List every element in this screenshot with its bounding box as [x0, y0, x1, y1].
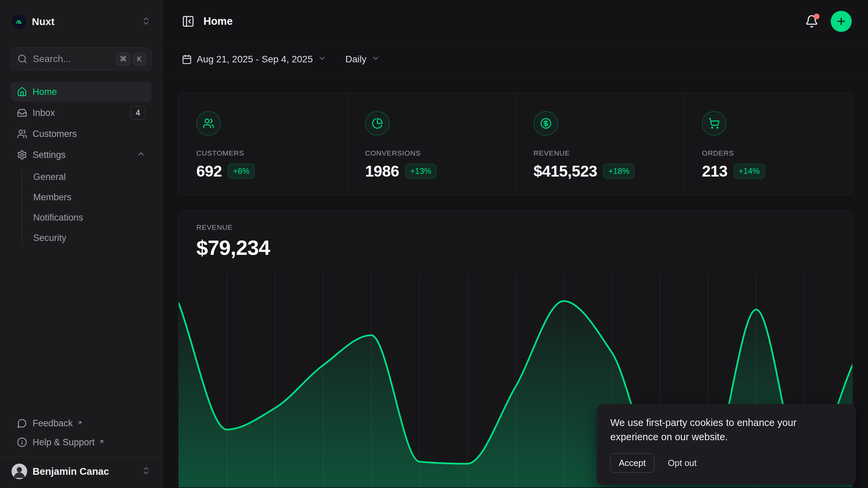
stat-label: CONVERSIONS — [365, 149, 502, 157]
settings-subnav: General Members Notifications Security — [11, 167, 152, 247]
house-icon — [17, 87, 27, 97]
search-icon — [17, 54, 27, 64]
search-kbd-shortcut: ⌘ K — [116, 53, 146, 65]
circle-dollar-icon — [534, 111, 558, 136]
kbd-cmd: ⌘ — [116, 53, 130, 65]
collapse-sidebar-button[interactable] — [182, 15, 195, 28]
notifications-button[interactable] — [805, 15, 818, 28]
date-range-value: Aug 21, 2025 - Sep 4, 2025 — [197, 54, 313, 65]
stat-delta-badge: +14% — [734, 164, 765, 179]
stat-card-orders: ORDERS 213 +14% — [684, 93, 852, 195]
granularity-select[interactable]: Daily — [346, 54, 380, 65]
cookie-accept-button[interactable]: Accept — [610, 453, 654, 473]
stat-value: 1986 — [365, 162, 399, 180]
topbar: Home — [163, 0, 868, 43]
notification-dot — [814, 14, 820, 19]
search-input[interactable]: Search... ⌘ K — [11, 47, 152, 70]
stat-value: $415,523 — [534, 162, 597, 180]
page-title: Home — [203, 15, 233, 27]
stat-delta-badge: +13% — [405, 164, 436, 179]
message-circle-icon — [17, 418, 27, 428]
sidebar-item-label: Customers — [33, 129, 145, 139]
team-switcher[interactable]: Nuxt — [11, 14, 152, 30]
new-item-button[interactable] — [831, 11, 852, 32]
inbox-icon — [17, 108, 27, 118]
stat-card-conversions: CONVERSIONS 1986 +13% — [347, 93, 516, 195]
panel-left-close-icon — [182, 15, 195, 28]
granularity-value: Daily — [346, 54, 367, 65]
sidebar-item-home[interactable]: Home — [11, 82, 152, 102]
chevron-up-icon — [137, 149, 145, 161]
stat-value: 213 — [702, 162, 727, 180]
info-icon — [17, 437, 27, 447]
sidebar-item-customers[interactable]: Customers — [11, 124, 152, 144]
avatar — [12, 464, 27, 479]
user-menu[interactable]: Benjamin Canac — [11, 457, 152, 488]
sidebar-item-general[interactable]: General — [11, 167, 152, 186]
stat-label: CUSTOMERS — [196, 149, 334, 157]
footer-link-label: Help & Support — [33, 437, 95, 448]
sidebar-nav: Home Inbox 4 Customers Settings — [11, 82, 152, 247]
stat-card-customers: CUSTOMERS 692 +6% — [179, 93, 347, 195]
stat-delta-badge: +6% — [228, 164, 255, 179]
sidebar-item-inbox[interactable]: Inbox 4 — [11, 103, 152, 123]
stat-label: ORDERS — [702, 149, 839, 157]
sidebar-item-security[interactable]: Security — [11, 228, 152, 247]
external-link-icon — [99, 436, 104, 447]
kbd-k: K — [133, 53, 146, 65]
revenue-panel-label: REVENUE — [196, 223, 835, 231]
sidebar-item-label: Home — [33, 87, 145, 97]
sidebar-item-notifications[interactable]: Notifications — [11, 208, 152, 227]
stat-label: REVENUE — [534, 149, 671, 157]
sidebar-footer: Feedback Help & Support Benjami — [11, 414, 152, 488]
date-range-picker[interactable]: Aug 21, 2025 - Sep 4, 2025 — [182, 54, 327, 65]
sidebar-item-members[interactable]: Members — [11, 188, 152, 207]
sidebar-item-label: Settings — [33, 150, 131, 160]
stat-card-revenue: REVENUE $415,523 +18% — [516, 93, 684, 195]
stats-row: CUSTOMERS 692 +6% CONVERSIONS 1986 +13% — [178, 93, 853, 195]
chevron-down-icon — [318, 54, 327, 65]
search-placeholder: Search... — [33, 54, 111, 64]
feedback-link[interactable]: Feedback — [11, 414, 152, 433]
plus-icon — [836, 16, 847, 27]
calendar-icon — [182, 54, 192, 64]
sidebar-item-label: Inbox — [33, 108, 125, 118]
chevrons-up-down-icon — [141, 16, 151, 27]
cookie-optout-button[interactable]: Opt out — [668, 458, 697, 468]
help-support-link[interactable]: Help & Support — [11, 433, 152, 452]
revenue-panel-value: $79,234 — [196, 236, 835, 260]
users-icon — [196, 111, 221, 136]
cookie-banner: We use first-party cookies to enhance yo… — [597, 404, 856, 485]
nuxt-logo — [12, 14, 26, 29]
footer-link-label: Feedback — [33, 418, 73, 429]
shopping-cart-icon — [702, 111, 726, 136]
stat-delta-badge: +18% — [603, 164, 634, 179]
team-name: Nuxt — [32, 16, 136, 27]
chevrons-up-down-icon — [141, 466, 151, 477]
inbox-count-badge: 4 — [131, 106, 145, 120]
stat-value: 692 — [196, 162, 222, 180]
users-icon — [17, 129, 27, 139]
cookie-message: We use first-party cookies to enhance yo… — [610, 415, 817, 444]
sidebar: Nuxt Search... ⌘ K Home — [0, 0, 163, 488]
user-name: Benjamin Canac — [33, 466, 136, 477]
gear-icon — [17, 150, 27, 160]
external-link-icon — [77, 418, 83, 428]
filter-bar: Aug 21, 2025 - Sep 4, 2025 Daily — [163, 43, 868, 76]
pie-chart-icon — [365, 111, 390, 136]
sidebar-item-settings[interactable]: Settings — [11, 145, 152, 165]
chevron-down-icon — [371, 54, 380, 65]
